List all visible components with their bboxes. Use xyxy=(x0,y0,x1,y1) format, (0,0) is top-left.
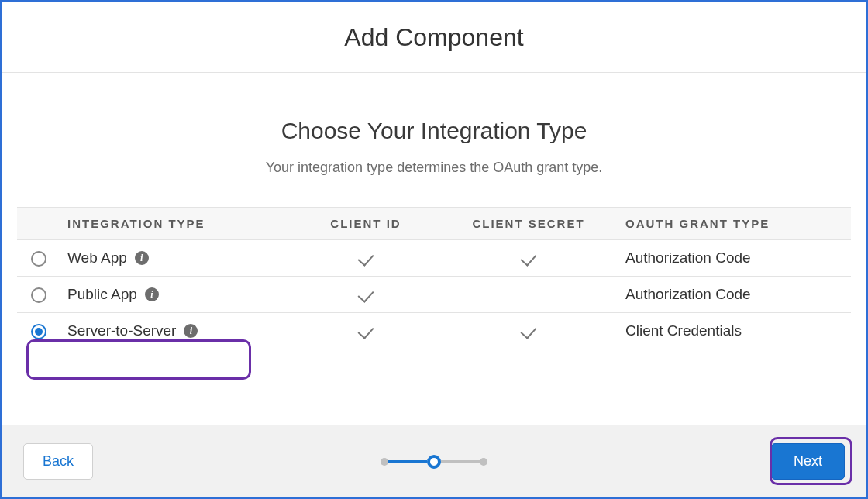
radio-server-to-server[interactable] xyxy=(31,324,46,339)
table-row[interactable]: Public App i Authorization Code xyxy=(17,277,851,313)
section-header: Choose Your Integration Type Your integr… xyxy=(2,73,866,207)
step-dot-2-active xyxy=(427,455,441,469)
integration-table: INTEGRATION TYPE CLIENT ID CLIENT SECRET… xyxy=(2,207,866,349)
check-icon xyxy=(521,250,537,266)
next-button[interactable]: Next xyxy=(771,443,845,480)
row-grant: Authorization Code xyxy=(618,240,851,277)
check-icon xyxy=(358,286,374,302)
radio-public-app[interactable] xyxy=(31,287,46,303)
check-icon xyxy=(358,322,374,339)
col-oauth-grant: OAUTH GRANT TYPE xyxy=(618,208,851,240)
back-button[interactable]: Back xyxy=(23,443,93,480)
table-row[interactable]: Server-to-Server i Client Credentials xyxy=(17,313,851,349)
row-grant: Client Credentials xyxy=(618,313,851,349)
info-icon[interactable]: i xyxy=(145,287,159,301)
step-dot-3 xyxy=(480,458,487,466)
info-icon[interactable]: i xyxy=(135,251,149,265)
row-grant: Authorization Code xyxy=(618,277,851,313)
row-label: Web App xyxy=(67,250,127,267)
row-label: Public App xyxy=(67,286,137,303)
section-title: Choose Your Integration Type xyxy=(17,118,851,144)
step-line xyxy=(388,460,427,463)
col-client-id: CLIENT ID xyxy=(292,208,439,240)
dialog-title: Add Component xyxy=(2,23,866,52)
step-dot-1 xyxy=(381,458,388,466)
info-icon[interactable]: i xyxy=(184,324,198,338)
radio-web-app[interactable] xyxy=(31,251,46,267)
col-radio xyxy=(17,208,60,240)
step-indicator xyxy=(381,455,487,469)
dialog-footer: Back Next xyxy=(2,425,866,497)
check-icon xyxy=(521,322,537,339)
step-line xyxy=(441,460,480,463)
dialog-header: Add Component xyxy=(2,2,866,73)
col-integration-type: INTEGRATION TYPE xyxy=(60,208,292,240)
table-row[interactable]: Web App i Authorization Code xyxy=(17,240,851,277)
check-icon xyxy=(358,250,374,266)
dialog-frame: Add Component Choose Your Integration Ty… xyxy=(0,0,868,499)
row-label: Server-to-Server xyxy=(67,322,176,339)
section-description: Your integration type determines the OAu… xyxy=(17,160,851,176)
col-client-secret: CLIENT SECRET xyxy=(439,208,618,240)
